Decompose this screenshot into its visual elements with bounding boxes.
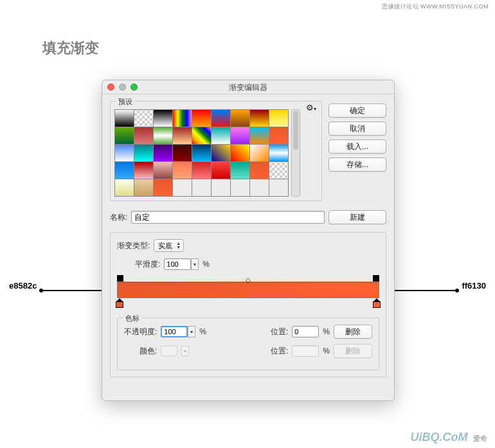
- preset-swatch[interactable]: [134, 145, 153, 161]
- load-button[interactable]: 载入...: [328, 139, 386, 154]
- preset-swatch[interactable]: [173, 179, 192, 196]
- preset-swatch[interactable]: [115, 127, 134, 144]
- gradient-settings-group: 渐变类型: 实底 ▲▼ 平滑度: ▾ % ◇: [110, 232, 386, 377]
- preset-swatch[interactable]: [134, 127, 153, 144]
- position-input-1[interactable]: [292, 326, 319, 337]
- page-heading: 填充渐变: [42, 39, 99, 58]
- gradient-editor-dialog: 渐变编辑器 预设 ⚙▾ 确定 取消 载入... 存储... 名称: 新建: [102, 80, 395, 401]
- gradient-preview[interactable]: [117, 282, 379, 298]
- preset-swatch[interactable]: [231, 145, 249, 161]
- opacity-stop-left[interactable]: [117, 275, 123, 282]
- preset-swatch[interactable]: [115, 145, 134, 161]
- top-watermark: 思缘设计论坛 WWW.MISSYUAN.COM: [382, 3, 489, 11]
- position-unit: %: [323, 327, 330, 336]
- presets-group: 预设 ⚙▾: [110, 101, 322, 201]
- cancel-button[interactable]: 取消: [328, 121, 386, 136]
- preset-swatch[interactable]: [269, 179, 288, 196]
- minimize-icon: [119, 84, 126, 91]
- preset-swatch[interactable]: [250, 179, 269, 196]
- preset-swatch[interactable]: [192, 110, 211, 127]
- preset-swatch[interactable]: [212, 179, 230, 196]
- preset-swatch[interactable]: [154, 179, 172, 196]
- watermark-sub: 爱奇: [473, 435, 487, 442]
- midpoint-icon[interactable]: ◇: [246, 276, 251, 283]
- preset-swatch[interactable]: [173, 127, 192, 144]
- gradient-bar[interactable]: ◇: [117, 282, 379, 312]
- preset-swatch[interactable]: [173, 162, 192, 179]
- chevron-updown-icon: ▲▼: [176, 242, 181, 249]
- preset-swatch[interactable]: [154, 110, 172, 127]
- close-icon[interactable]: [107, 84, 114, 91]
- smoothness-label: 平滑度:: [135, 259, 160, 270]
- preset-swatch[interactable]: [269, 145, 288, 161]
- position-input-2: [292, 345, 319, 357]
- preset-swatch[interactable]: [134, 162, 153, 179]
- preset-swatch[interactable]: [134, 179, 153, 196]
- position-label-2: 位置:: [271, 346, 288, 357]
- name-label: 名称:: [110, 212, 127, 223]
- gradient-type-select[interactable]: 实底 ▲▼: [154, 239, 184, 252]
- watermark-main: UiBQ.CoM: [411, 431, 468, 444]
- callout-left-text: e8582c: [9, 281, 37, 291]
- preset-grid: [114, 109, 289, 197]
- preset-swatch[interactable]: [269, 127, 288, 144]
- preset-swatch[interactable]: [134, 110, 153, 127]
- opacity-input[interactable]: [161, 326, 188, 337]
- color-stop-right[interactable]: [373, 298, 381, 307]
- stepper-arrow-icon[interactable]: ▾: [191, 258, 199, 270]
- preset-swatch[interactable]: [269, 110, 288, 127]
- position-unit-2: %: [323, 346, 330, 355]
- preset-swatch[interactable]: [192, 127, 211, 144]
- dialog-title: 渐变编辑器: [102, 80, 394, 94]
- color-swatch: [161, 346, 177, 356]
- preset-swatch[interactable]: [269, 162, 288, 179]
- preset-swatch[interactable]: [212, 162, 230, 179]
- ok-button[interactable]: 确定: [328, 103, 386, 118]
- preset-swatch[interactable]: [231, 179, 249, 196]
- opacity-unit: %: [199, 327, 206, 336]
- color-label: 颜色:: [124, 346, 157, 357]
- preset-swatch[interactable]: [173, 145, 192, 161]
- preset-swatch[interactable]: [231, 127, 249, 144]
- delete-color-stop-button: 删除: [334, 344, 372, 358]
- stops-group: 色标 不透明度: ▾ % 位置: % 删除 颜色:: [117, 318, 379, 370]
- preset-scrollbar[interactable]: [291, 109, 300, 197]
- smoothness-input[interactable]: [164, 258, 191, 270]
- preset-swatch[interactable]: [231, 110, 249, 127]
- preset-swatch[interactable]: [250, 162, 269, 179]
- preset-swatch[interactable]: [192, 179, 211, 196]
- preset-swatch[interactable]: [250, 110, 269, 127]
- gear-icon[interactable]: ⚙▾: [306, 103, 316, 112]
- preset-swatch[interactable]: [154, 145, 172, 161]
- preset-swatch[interactable]: [154, 162, 172, 179]
- delete-opacity-stop-button[interactable]: 删除: [334, 325, 372, 339]
- preset-swatch[interactable]: [212, 145, 230, 161]
- save-button[interactable]: 存储...: [328, 157, 386, 172]
- gradient-type-label: 渐变类型:: [117, 240, 150, 251]
- titlebar[interactable]: 渐变编辑器: [102, 80, 394, 94]
- callout-right-text: ff6130: [462, 281, 486, 291]
- preset-swatch[interactable]: [115, 162, 134, 179]
- new-button[interactable]: 新建: [328, 210, 386, 224]
- gradient-type-value: 实底: [158, 241, 172, 251]
- stepper-arrow-icon[interactable]: ▾: [188, 326, 195, 337]
- preset-swatch[interactable]: [250, 145, 269, 161]
- preset-swatch[interactable]: [154, 127, 172, 144]
- preset-swatch[interactable]: [192, 145, 211, 161]
- stops-legend: 色标: [123, 314, 142, 323]
- position-label: 位置:: [271, 327, 288, 337]
- name-input[interactable]: [131, 211, 325, 224]
- preset-swatch[interactable]: [192, 162, 211, 179]
- opacity-label: 不透明度:: [124, 327, 157, 337]
- preset-swatch[interactable]: [231, 162, 249, 179]
- preset-swatch[interactable]: [212, 110, 230, 127]
- preset-swatch[interactable]: [212, 127, 230, 144]
- smoothness-unit: %: [203, 260, 210, 269]
- opacity-stop-right[interactable]: [373, 275, 379, 282]
- preset-swatch[interactable]: [115, 110, 134, 127]
- preset-swatch[interactable]: [250, 127, 269, 144]
- preset-swatch[interactable]: [173, 110, 192, 127]
- preset-swatch[interactable]: [115, 179, 134, 196]
- zoom-icon[interactable]: [130, 84, 138, 91]
- color-stop-left[interactable]: [116, 298, 123, 307]
